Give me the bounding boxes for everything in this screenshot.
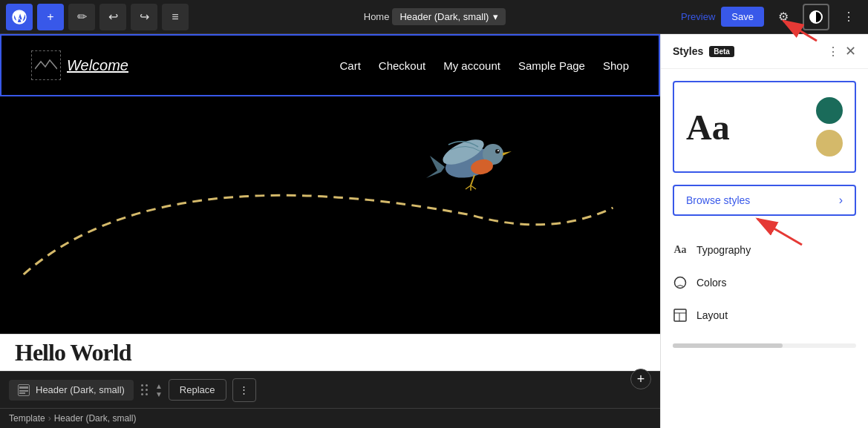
svg-rect-15 [674, 309, 686, 321]
toolbar-right: Preview Save ⚙ ⋮ [681, 4, 862, 30]
nav-sample-page[interactable]: Sample Page [518, 59, 585, 72]
panel-scrollbar[interactable] [673, 343, 856, 348]
undo-button[interactable]: ↩ [99, 4, 126, 30]
toolbar: + ✏ ↩ ↪ ≡ Home Header (Dark, small) ▾ Pr… [0, 0, 868, 34]
block-name-label: Header (Dark, small) [36, 384, 125, 395]
block-type-icon [18, 384, 30, 396]
site-logo: Welcome [31, 50, 128, 80]
browse-chevron-icon: › [839, 194, 843, 207]
chevron-down-icon: ▾ [493, 11, 498, 22]
layout-label: Layout [696, 309, 728, 321]
block-toolbar: Header (Dark, small) ▲ ▼ Replace ⋮ [0, 371, 660, 408]
footer-breadcrumb: Template › Header (Dark, small) [0, 408, 660, 428]
svg-line-10 [471, 185, 476, 189]
style-options-list: Aa Typography Colors [661, 228, 868, 338]
dashed-curve-decoration [0, 141, 660, 289]
block-move-arrows[interactable]: ▲ ▼ [155, 382, 163, 398]
save-button[interactable]: Save [721, 7, 764, 27]
current-breadcrumb: Header (Dark, small) [54, 413, 137, 424]
colors-label: Colors [696, 277, 726, 289]
primary-color-dot [816, 97, 843, 124]
nav-shop[interactable]: Shop [603, 59, 629, 72]
edit-mode-button[interactable]: ✏ [68, 4, 95, 30]
main-area: Welcome Cart Checkout My account Sample … [0, 34, 868, 428]
svg-rect-11 [19, 386, 28, 389]
svg-line-8 [466, 185, 471, 189]
site-title: Welcome [67, 57, 128, 74]
layout-icon [673, 308, 688, 323]
color-preview [816, 97, 843, 157]
add-block-floating-button[interactable]: + [630, 369, 651, 389]
panel-close-button[interactable]: ✕ [845, 43, 856, 59]
breadcrumb-current[interactable]: Header (Dark, small) ▾ [392, 8, 506, 25]
settings-button[interactable]: ⚙ [770, 4, 797, 30]
svg-rect-12 [19, 390, 28, 392]
panel-title: Styles [673, 45, 703, 57]
redo-button[interactable]: ↪ [131, 4, 157, 30]
colors-option[interactable]: Colors [661, 266, 868, 299]
nav-cart[interactable]: Cart [339, 59, 360, 72]
colors-icon [673, 275, 688, 290]
block-info: Header (Dark, small) [9, 380, 134, 401]
toolbar-center: Home Header (Dark, small) ▾ [192, 8, 678, 25]
preview-button[interactable]: Preview [681, 11, 715, 22]
hello-world-text: Hello World [15, 339, 131, 366]
block-drag-handle[interactable] [140, 383, 149, 397]
wp-logo-button[interactable] [6, 4, 33, 30]
svg-point-14 [675, 277, 686, 289]
panel-scrollbar-thumb [673, 343, 783, 348]
nav-checkout[interactable]: Checkout [379, 59, 425, 72]
nav-links: Cart Checkout My account Sample Page Sho… [339, 59, 629, 72]
typography-preview: Aa [686, 107, 730, 148]
typography-label: Typography [696, 244, 751, 256]
panel-more-button[interactable]: ⋮ [827, 45, 839, 59]
typography-icon: Aa [673, 243, 688, 257]
more-options-button[interactable]: ⋮ [835, 4, 862, 30]
svg-point-6 [497, 150, 499, 151]
bird-decoration [422, 119, 519, 200]
beta-badge: Beta [709, 46, 734, 57]
breadcrumb-nav: Home Header (Dark, small) ▾ [364, 8, 506, 25]
breadcrumb-home[interactable]: Home [364, 11, 390, 22]
hello-world-preview: Hello World [0, 334, 660, 371]
site-header-block: Welcome Cart Checkout My account Sample … [0, 34, 660, 96]
header-nav: Welcome Cart Checkout My account Sample … [1, 36, 659, 95]
block-more-button[interactable]: ⋮ [232, 378, 256, 402]
list-view-button[interactable]: ≡ [162, 4, 189, 30]
style-preview: Aa [673, 81, 856, 173]
secondary-color-dot [816, 130, 843, 157]
nav-my-account[interactable]: My account [443, 59, 500, 72]
typography-option[interactable]: Aa Typography [661, 234, 868, 266]
template-breadcrumb[interactable]: Template [9, 413, 45, 424]
theme-toggle-button[interactable] [803, 4, 829, 30]
panel-header: Styles Beta ⋮ ✕ [661, 34, 868, 69]
svg-point-5 [495, 149, 500, 154]
theme-toggle-icon [809, 10, 823, 24]
add-block-button[interactable]: + [37, 4, 64, 30]
replace-button[interactable]: Replace [169, 379, 226, 401]
browse-styles-button[interactable]: Browse styles › [673, 185, 856, 216]
logo-image [31, 50, 61, 80]
breadcrumb-separator: › [48, 413, 51, 424]
layout-option[interactable]: Layout [661, 299, 868, 332]
toolbar-left: + ✏ ↩ ↪ ≡ [6, 4, 189, 30]
canvas-area: Welcome Cart Checkout My account Sample … [0, 34, 660, 428]
hero-section [0, 96, 660, 334]
svg-rect-13 [19, 392, 25, 394]
styles-panel: Styles Beta ⋮ ✕ Aa Browse styles › Aa Ty… [660, 34, 868, 428]
